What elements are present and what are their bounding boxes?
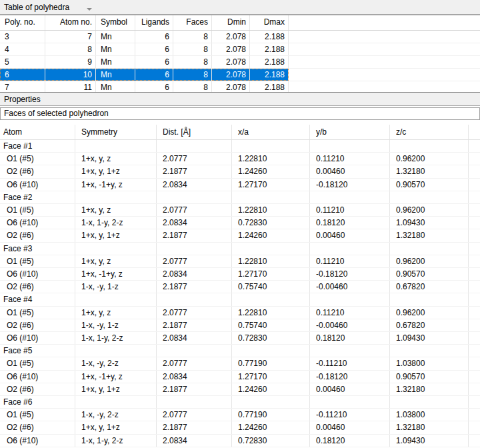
cell-dist: 2.1877 (157, 165, 232, 177)
empty-cell (310, 345, 390, 357)
face-atom-row[interactable]: O2 (#6)1+x, y, 1+z2.18771.242600.004601.… (0, 383, 480, 396)
faces-table-body: Face #1O1 (#5)1+x, y, z2.07771.228100.11… (0, 140, 480, 447)
cell-atom: O2 (#6) (0, 281, 75, 293)
cell-dist: 2.0777 (157, 204, 232, 216)
cell-atom: O2 (#6) (0, 319, 75, 331)
empty-cell (232, 191, 310, 203)
polyhedra-column-header[interactable]: Dmin (212, 15, 250, 30)
cell-atom: O1 (#5) (0, 204, 75, 216)
polyhedra-row-cells: 48Mn682.0782.188 (0, 43, 289, 55)
polyhedra-panel-titlebar[interactable]: Table of polyhedra (0, 0, 480, 15)
cell-poly_no: 5 (0, 56, 45, 68)
cell-symmetry: 1+x, y, z (75, 153, 157, 165)
cell-dist: 2.0834 (157, 268, 232, 280)
cell-yb: 0.18120 (310, 435, 390, 447)
cell-symbol: Mn (96, 31, 135, 43)
cell-dist: 2.0834 (157, 217, 232, 229)
cell-yb: 0.00460 (310, 383, 390, 395)
face-label-row[interactable]: Face #4 (0, 293, 480, 306)
faces-selector[interactable]: Faces of selected polyhedron (0, 107, 480, 120)
cell-atom_no: 11 (45, 81, 96, 92)
cell-dmin: 2.078 (212, 43, 250, 55)
faces-column-header[interactable]: Symmetry (75, 125, 157, 139)
faces-column-header[interactable]: Dist. [Å] (157, 125, 232, 139)
empty-cell (75, 396, 157, 408)
face-atom-row[interactable]: O1 (#5)1+x, y, z2.07771.228100.112100.96… (0, 255, 480, 268)
cell-yb: 0.11210 (310, 307, 390, 319)
cell-atom: O2 (#6) (0, 383, 75, 395)
face-atom-row[interactable]: O6 (#10)1-x, 1-y, 2-z2.08340.728300.1812… (0, 435, 480, 447)
cell-symmetry: 1-x, 1-y, 2-z (75, 217, 157, 229)
faces-column-header[interactable]: Atom (0, 125, 75, 139)
face-atom-row[interactable]: O2 (#6)1+x, y, 1+z2.18771.242600.004601.… (0, 165, 480, 178)
cell-symmetry: 1-x, 1-y, 2-z (75, 435, 157, 447)
face-atom-row[interactable]: O2 (#6)1+x, y, 1+z2.18771.242600.004601.… (0, 421, 480, 434)
polyhedra-column-header[interactable]: Symbol (96, 15, 135, 30)
cell-xa: 0.75740 (232, 319, 310, 331)
face-atom-row[interactable]: O6 (#10)1-x, 1-y, 2-z2.08340.728300.1812… (0, 332, 480, 345)
polyhedra-row[interactable]: 59Mn682.0782.188 (0, 56, 480, 69)
polyhedra-row[interactable]: 48Mn682.0782.188 (0, 43, 480, 56)
cell-poly_no: 3 (0, 31, 45, 43)
face-atom-row[interactable]: O6 (#10)1+x, -1+y, z2.08341.27170-0.1812… (0, 371, 480, 383)
cell-symmetry: 1-x, -y, 1-z (75, 281, 157, 293)
empty-cell (232, 140, 310, 152)
face-label-row[interactable]: Face #6 (0, 396, 480, 409)
polyhedra-row-cells: 59Mn682.0782.188 (0, 56, 289, 68)
cell-ligands: 6 (135, 69, 173, 81)
cell-xa: 1.22810 (232, 255, 310, 267)
cell-faces: 8 (173, 31, 212, 43)
cell-dmin: 2.078 (212, 81, 250, 92)
cell-xa: 1.27170 (232, 179, 310, 191)
polyhedra-row-selected[interactable]: 610Mn682.0782.188 (0, 69, 480, 81)
polyhedra-panel-title: Table of polyhedra (4, 3, 69, 12)
polyhedra-column-header[interactable]: Ligands (135, 15, 173, 30)
face-atom-row[interactable]: O1 (#5)1+x, y, z2.07771.228100.112100.96… (0, 307, 480, 319)
face-label: Face #2 (0, 191, 75, 203)
cell-atom_no: 8 (45, 43, 96, 55)
face-label-row[interactable]: Face #5 (0, 345, 480, 357)
properties-panel-titlebar[interactable]: Properties (0, 93, 480, 106)
cell-xa: 0.75740 (232, 281, 310, 293)
cell-dist: 2.0777 (157, 409, 232, 421)
face-atom-row[interactable]: O6 (#10)1-x, 1-y, 2-z2.08340.728300.1812… (0, 217, 480, 229)
face-atom-row[interactable]: O1 (#5)1-x, -y, 2-z2.07770.77190-0.11210… (0, 409, 480, 421)
dropdown-arrow-icon[interactable] (87, 8, 92, 11)
cell-atom: O2 (#6) (0, 165, 75, 177)
face-label: Face #5 (0, 345, 75, 357)
polyhedra-column-header[interactable]: Faces (173, 15, 212, 30)
polyhedra-row[interactable]: 711Mn682.0782.188 (0, 81, 480, 92)
polyhedra-column-header[interactable]: Dmax (250, 15, 289, 30)
empty-cell (75, 140, 157, 152)
cell-zc: 0.67820 (390, 281, 469, 293)
cell-xa: 1.27170 (232, 268, 310, 280)
faces-column-header[interactable]: y/b (310, 125, 390, 139)
face-atom-row[interactable]: O6 (#10)1+x, -1+y, z2.08341.27170-0.1812… (0, 179, 480, 191)
face-atom-row[interactable]: O1 (#5)1+x, y, z2.07771.228100.112100.96… (0, 204, 480, 217)
cell-symmetry: 1-x, -y, 2-z (75, 357, 157, 369)
face-atom-row[interactable]: O6 (#10)1+x, -1+y, z2.08341.27170-0.1812… (0, 268, 480, 281)
face-label-row[interactable]: Face #2 (0, 191, 480, 204)
face-atom-row[interactable]: O1 (#5)1+x, y, z2.07771.228100.112100.96… (0, 153, 480, 165)
face-atom-row[interactable]: O2 (#6)1-x, -y, 1-z2.18770.75740-0.00460… (0, 319, 480, 332)
cell-symmetry: 1+x, y, z (75, 255, 157, 267)
faces-column-header[interactable]: z/c (390, 125, 469, 139)
cell-symbol: Mn (96, 69, 135, 81)
face-label-row[interactable]: Face #3 (0, 243, 480, 255)
faces-column-header[interactable]: x/a (232, 125, 310, 139)
empty-cell (390, 345, 469, 357)
cell-symmetry: 1+x, y, 1+z (75, 421, 157, 433)
cell-zc: 0.67820 (390, 319, 469, 331)
face-label-row[interactable]: Face #1 (0, 140, 480, 153)
polyhedra-column-header[interactable]: Poly. no. (0, 15, 45, 30)
cell-dist: 2.1877 (157, 383, 232, 395)
cell-dist: 2.1877 (157, 281, 232, 293)
face-atom-row[interactable]: O1 (#5)1-x, -y, 2-z2.07770.77190-0.11210… (0, 357, 480, 370)
cell-symbol: Mn (96, 43, 135, 55)
cell-atom: O1 (#5) (0, 357, 75, 369)
polyhedra-column-header[interactable]: Atom no. (45, 15, 96, 30)
faces-selector-label: Faces of selected polyhedron (4, 109, 109, 118)
polyhedra-row[interactable]: 37Mn682.0782.188 (0, 31, 480, 43)
face-atom-row[interactable]: O2 (#6)1+x, y, 1+z2.18771.242600.004601.… (0, 229, 480, 242)
face-atom-row[interactable]: O2 (#6)1-x, -y, 1-z2.18770.75740-0.00460… (0, 281, 480, 293)
